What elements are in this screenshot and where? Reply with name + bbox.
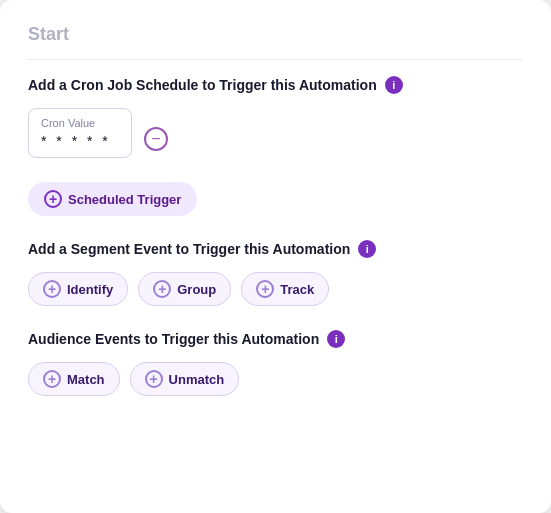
- segment-info-icon[interactable]: i: [358, 240, 376, 258]
- match-plus-icon: +: [43, 370, 61, 388]
- cron-info-icon[interactable]: i: [385, 76, 403, 94]
- segment-section-header: Add a Segment Event to Trigger this Auto…: [28, 240, 523, 258]
- segment-buttons-row: + Identify + Group + Track: [28, 272, 523, 306]
- group-button[interactable]: + Group: [138, 272, 231, 306]
- remove-cron-button[interactable]: −: [144, 127, 168, 151]
- identify-plus-icon: +: [43, 280, 61, 298]
- match-button[interactable]: + Match: [28, 362, 120, 396]
- audience-info-icon[interactable]: i: [327, 330, 345, 348]
- cron-box: Cron Value * * * * *: [28, 108, 132, 158]
- segment-section: Add a Segment Event to Trigger this Auto…: [28, 240, 523, 306]
- segment-section-title: Add a Segment Event to Trigger this Auto…: [28, 241, 350, 257]
- group-label: Group: [177, 282, 216, 297]
- unmatch-label: Unmatch: [169, 372, 225, 387]
- identify-button[interactable]: + Identify: [28, 272, 128, 306]
- identify-label: Identify: [67, 282, 113, 297]
- track-plus-icon: +: [256, 280, 274, 298]
- start-title: Start: [28, 24, 523, 60]
- unmatch-button[interactable]: + Unmatch: [130, 362, 240, 396]
- cron-value: * * * * *: [41, 133, 119, 149]
- track-button[interactable]: + Track: [241, 272, 329, 306]
- audience-section-title: Audience Events to Trigger this Automati…: [28, 331, 319, 347]
- cron-section-header: Add a Cron Job Schedule to Trigger this …: [28, 76, 523, 94]
- cron-input-row: Cron Value * * * * * −: [28, 108, 523, 170]
- audience-buttons-row: + Match + Unmatch: [28, 362, 523, 396]
- scheduled-trigger-button[interactable]: + Scheduled Trigger: [28, 182, 197, 216]
- unmatch-plus-icon: +: [145, 370, 163, 388]
- plus-icon: +: [44, 190, 62, 208]
- track-label: Track: [280, 282, 314, 297]
- audience-section: Audience Events to Trigger this Automati…: [28, 330, 523, 396]
- match-label: Match: [67, 372, 105, 387]
- main-card: Start Add a Cron Job Schedule to Trigger…: [0, 0, 551, 513]
- cron-section: Add a Cron Job Schedule to Trigger this …: [28, 76, 523, 216]
- scheduled-trigger-label: Scheduled Trigger: [68, 192, 181, 207]
- cron-section-title: Add a Cron Job Schedule to Trigger this …: [28, 77, 377, 93]
- audience-section-header: Audience Events to Trigger this Automati…: [28, 330, 523, 348]
- group-plus-icon: +: [153, 280, 171, 298]
- cron-label: Cron Value: [41, 117, 119, 129]
